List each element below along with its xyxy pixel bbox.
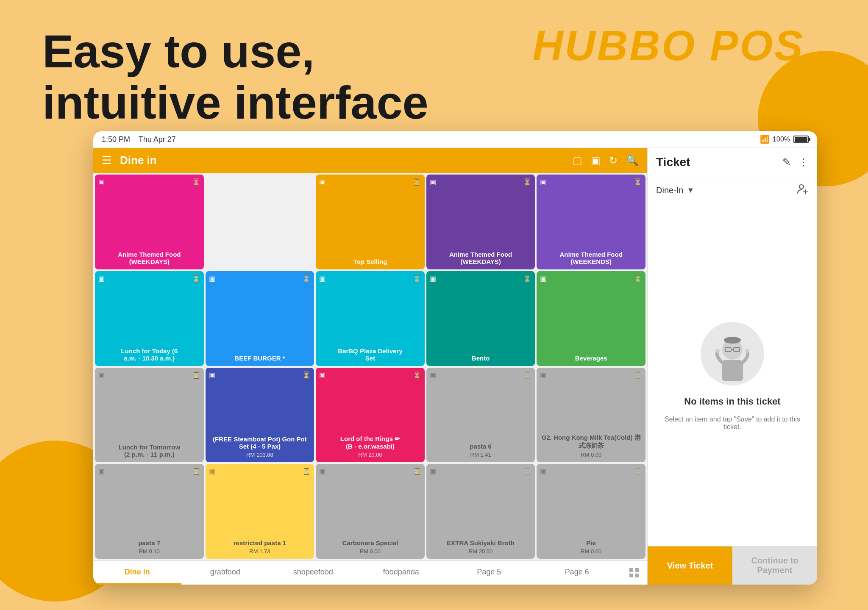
pos-topbar: ☰ Dine in ▢ ▣ ↻ 🔍 (93, 148, 647, 173)
clock-icon: ⏳ (192, 467, 200, 475)
list-item (206, 175, 314, 269)
list-item[interactable]: ▣ ⏳ Anime Themed Food(WEEKDAYS) (426, 175, 535, 269)
view-ticket-button[interactable]: View Ticket (648, 546, 732, 585)
clock-icon: ⏳ (413, 371, 421, 379)
ticket-header: Ticket ✎ ⋮ (648, 148, 817, 177)
svg-rect-8 (722, 360, 743, 381)
ticket-title: Ticket (656, 155, 690, 169)
list-item[interactable]: ▣ ⏳ Pie RM 0.00 (537, 464, 645, 559)
main-content: ☰ Dine in ▢ ▣ ↻ 🔍 ▣ ⏳ Ani (93, 148, 817, 585)
tab-dine-in[interactable]: Dine in (93, 561, 181, 585)
ticket-header-icons: ✎ ⋮ (782, 156, 809, 168)
search-icon[interactable]: 🔍 (626, 155, 639, 166)
tab-shopeefood[interactable]: shopeefood (269, 561, 357, 585)
list-item[interactable]: ▣ ⏳ Lunch for Tomorrow(2 p.m. - 11 p.m.) (95, 368, 204, 463)
svg-rect-3 (635, 574, 639, 577)
grid-view-icon[interactable]: ▣ (591, 155, 601, 166)
tab-page5[interactable]: Page 5 (445, 561, 533, 585)
wifi-icon: 📶 (760, 135, 769, 144)
clock-icon: ⏳ (192, 178, 200, 186)
clock-icon: ⏳ (634, 371, 642, 379)
device-frame: 1:50 PM Thu Apr 27 📶 100% ☰ Dine in ▢ (93, 131, 817, 585)
copy-icon: ▣ (540, 371, 546, 379)
brand-title: HUBBO POS (532, 21, 804, 70)
add-guest-icon[interactable] (797, 183, 809, 198)
edit-icon[interactable]: ✎ (782, 156, 791, 168)
copy-icon: ▣ (430, 467, 436, 475)
ticket-panel: Ticket ✎ ⋮ Dine-In ▼ (648, 148, 817, 585)
ticket-empty-state: No items in this ticket Select an item a… (648, 204, 817, 546)
copy-icon: ▣ (209, 274, 215, 283)
copy-icon: ▣ (430, 274, 436, 283)
list-item[interactable]: ▣ ⏳ Carbonara Special RM 0.00 (316, 464, 425, 559)
page-header: Easy to use, intuitive interface (42, 25, 428, 128)
refresh-icon[interactable]: ↻ (609, 155, 618, 166)
copy-icon: ▣ (98, 274, 105, 283)
ticket-empty-title: No items in this ticket (684, 396, 780, 407)
copy-icon: ▣ (319, 467, 326, 475)
ticket-type-select[interactable]: Dine-In ▼ (656, 186, 694, 195)
copy-icon: ▣ (98, 371, 105, 379)
status-right: 📶 100% (760, 135, 809, 144)
grid-icon[interactable] (621, 561, 647, 585)
clock-icon: ⏳ (634, 274, 642, 283)
headline-line2: intuitive interface (42, 77, 428, 128)
ticket-type-row: Dine-In ▼ (648, 177, 817, 204)
svg-rect-2 (629, 574, 633, 577)
clock-icon: ⏳ (523, 274, 531, 283)
clock-icon: ⏳ (413, 178, 421, 186)
empty-illustration (698, 320, 766, 388)
list-item[interactable]: ▣ ⏳ Bento (426, 271, 535, 366)
list-item[interactable]: ▣ ⏳ Anime Themed Food(WEEKDAYS) (95, 175, 204, 269)
list-item[interactable]: ▣ ⏳ BarBQ Plaza DeliverySet (316, 271, 425, 366)
copy-icon: ▣ (98, 178, 105, 186)
tab-grabfood[interactable]: grabfood (181, 561, 270, 585)
list-item[interactable]: ▣ ⏳ restricted pasta 1 RM 1.73 (206, 464, 314, 559)
hamburger-icon[interactable]: ☰ (102, 154, 111, 167)
copy-icon: ▣ (540, 467, 546, 475)
copy-icon: ▣ (319, 178, 326, 186)
list-item[interactable]: ▣ ⏳ Beverages (537, 271, 645, 366)
split-view-icon[interactable]: ▢ (573, 155, 582, 166)
list-item[interactable]: ▣ ⏳ Anime Themed Food(WEEKENDS) (537, 175, 645, 269)
list-item[interactable]: ▣ ⏳ Lord of the Rings ✏(B - e.or.wasabi)… (316, 368, 425, 463)
copy-icon: ▣ (430, 178, 436, 186)
copy-icon: ▣ (209, 371, 215, 379)
more-options-icon[interactable]: ⋮ (798, 156, 809, 168)
clock-icon: ⏳ (192, 274, 200, 283)
ticket-footer: View Ticket Continue to Payment (648, 546, 817, 585)
list-item[interactable]: ▣ ⏳ Top Selling (316, 175, 425, 269)
svg-point-14 (745, 349, 749, 353)
svg-point-4 (799, 185, 804, 189)
copy-icon: ▣ (98, 467, 105, 475)
copy-icon: ▣ (319, 371, 326, 379)
copy-icon: ▣ (209, 467, 215, 475)
copy-icon: ▣ (319, 274, 326, 283)
list-item[interactable]: ▣ ⏳ EXTRA Sukiyaki Broth RM 20.50 (426, 464, 535, 559)
list-item[interactable]: ▣ ⏳ BEEF BURGER * (206, 271, 314, 366)
continue-payment-button[interactable]: Continue to Payment (732, 546, 817, 585)
tab-page6[interactable]: Page 6 (533, 561, 621, 585)
status-time: 1:50 PM Thu Apr 27 (102, 135, 176, 144)
copy-icon: ▣ (430, 371, 436, 379)
battery-icon (793, 136, 809, 143)
clock-icon: ⏳ (413, 467, 421, 475)
clock-icon: ⏳ (523, 371, 531, 379)
list-item[interactable]: ▣ ⏳ pasta 6 RM 1.41 (426, 368, 535, 463)
list-item[interactable]: ▣ ⏳ Lunch for Today (6a.m. - 10.30 a.m.) (95, 271, 204, 366)
clock-icon: ⏳ (634, 178, 642, 186)
list-item[interactable]: ▣ ⏳ pasta 7 RM 0.10 (95, 464, 204, 559)
clock-icon: ⏳ (523, 178, 531, 186)
clock-icon: ⏳ (192, 371, 200, 379)
battery-percent: 100% (773, 136, 790, 143)
clock-icon: ⏳ (413, 274, 421, 283)
bottom-tabs: Dine in grabfood shopeefood foodpanda Pa… (93, 560, 647, 585)
clock-icon: ⏳ (302, 274, 311, 283)
list-item[interactable]: ▣ ⏳ (FREE Steamboat Pot) Gon Pot Set (4 … (206, 368, 314, 463)
tab-foodpanda[interactable]: foodpanda (357, 561, 445, 585)
dropdown-arrow-icon: ▼ (687, 186, 694, 195)
clock-icon: ⏳ (302, 467, 311, 475)
dine-in-label: Dine in (120, 154, 157, 167)
list-item[interactable]: ▣ ⏳ G2. Hong Kong Milk Tea(Cold) 港式冻奶茶 R… (537, 368, 645, 463)
svg-point-13 (715, 349, 720, 353)
